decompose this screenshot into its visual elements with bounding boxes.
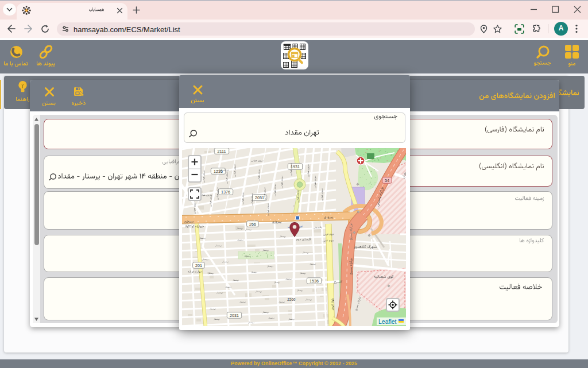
svg-text:2051: 2051 bbox=[255, 195, 264, 200]
svg-text:2111: 2111 bbox=[218, 149, 226, 154]
svg-text:1536: 1536 bbox=[310, 278, 319, 284]
svg-text:266: 266 bbox=[249, 222, 256, 227]
svg-text:1566: 1566 bbox=[287, 297, 296, 301]
svg-text:201: 201 bbox=[195, 263, 202, 268]
svg-text:1236: 1236 bbox=[214, 169, 223, 174]
svg-text:2031: 2031 bbox=[230, 313, 239, 318]
svg-text:54: 54 bbox=[385, 178, 389, 183]
svg-text:1376: 1376 bbox=[221, 189, 230, 195]
